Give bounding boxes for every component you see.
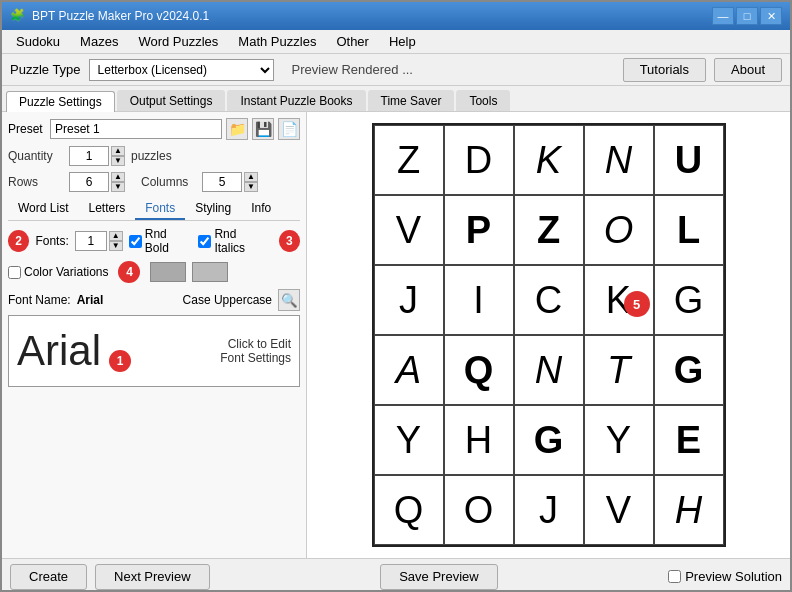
app-title: BPT Puzzle Maker Pro v2024.0.1	[32, 9, 712, 23]
preset-saveas-button[interactable]: 📄	[278, 118, 300, 140]
menu-bar: Sudoku Mazes Word Puzzles Math Puzzles O…	[2, 30, 790, 54]
about-button[interactable]: About	[714, 58, 782, 82]
tab-tools[interactable]: Tools	[456, 90, 510, 111]
minimize-button[interactable]: —	[712, 7, 734, 25]
columns-label: Columns	[141, 175, 196, 189]
preset-row: Preset 📁 💾 📄	[8, 118, 300, 140]
quantity-row: Quantity ▲ ▼ puzzles	[8, 146, 300, 166]
preset-folder-button[interactable]: 📁	[226, 118, 248, 140]
grid-cell: G	[654, 335, 724, 405]
tutorials-button[interactable]: Tutorials	[623, 58, 706, 82]
fonts-spinner: ▲ ▼	[75, 231, 123, 251]
preset-save-button[interactable]: 💾	[252, 118, 274, 140]
columns-down[interactable]: ▼	[244, 182, 258, 192]
left-panel: Preset 📁 💾 📄 Quantity ▲ ▼ puzzles Rows	[2, 112, 307, 558]
right-panel: 5 ZDKNUVPZOLJICKGAQNTGYHGYEQOJVH	[307, 112, 790, 558]
grid-cell: I	[444, 265, 514, 335]
grid-cell: D	[444, 125, 514, 195]
menu-word-puzzles[interactable]: Word Puzzles	[128, 32, 228, 51]
grid-cell: Q	[374, 475, 444, 545]
grid-cell: U	[654, 125, 724, 195]
bottom-bar: Create Next Preview Save Preview Preview…	[2, 558, 790, 592]
next-preview-button[interactable]: Next Preview	[95, 564, 210, 590]
sub-tab-letters[interactable]: Letters	[78, 198, 135, 220]
font-preview-name: Arial	[17, 327, 107, 375]
sub-tabs: Word List Letters Fonts Styling Info	[8, 198, 300, 221]
preview-solution-label[interactable]: Preview Solution	[668, 569, 782, 584]
columns-spinner: ▲ ▼	[202, 172, 258, 192]
font-click-text: Click to EditFont Settings	[119, 337, 291, 365]
font-name-label: Font Name:	[8, 293, 71, 307]
tab-instant-puzzle-books[interactable]: Instant Puzzle Books	[227, 90, 365, 111]
grid-cell: P	[444, 195, 514, 265]
color-box-2[interactable]	[192, 262, 228, 282]
puzzle-type-select[interactable]: Letterbox (Licensed)	[89, 59, 274, 81]
menu-mazes[interactable]: Mazes	[70, 32, 128, 51]
create-button[interactable]: Create	[10, 564, 87, 590]
menu-sudoku[interactable]: Sudoku	[6, 32, 70, 51]
grid-cell: E	[654, 405, 724, 475]
columns-up[interactable]: ▲	[244, 172, 258, 182]
grid-cell: O	[584, 195, 654, 265]
font-search-button[interactable]: 🔍	[278, 289, 300, 311]
main-content: Preset 📁 💾 📄 Quantity ▲ ▼ puzzles Rows	[2, 112, 790, 558]
quantity-up[interactable]: ▲	[111, 146, 125, 156]
puzzle-type-label: Puzzle Type	[10, 62, 81, 77]
rnd-bold-label[interactable]: Rnd Bold	[129, 227, 193, 255]
grid-cell: N	[584, 125, 654, 195]
columns-input[interactable]	[202, 172, 242, 192]
font-preview-box[interactable]: 1 Arial Click to EditFont Settings	[8, 315, 300, 387]
quantity-down[interactable]: ▼	[111, 156, 125, 166]
menu-help[interactable]: Help	[379, 32, 426, 51]
badge-2: 2	[8, 230, 29, 252]
rows-input[interactable]	[69, 172, 109, 192]
preset-input[interactable]	[50, 119, 222, 139]
menu-math-puzzles[interactable]: Math Puzzles	[228, 32, 326, 51]
grid-cell: C	[514, 265, 584, 335]
rows-down[interactable]: ▼	[111, 182, 125, 192]
preview-solution-checkbox[interactable]	[668, 570, 681, 583]
grid-cell: V	[584, 475, 654, 545]
menu-other[interactable]: Other	[326, 32, 379, 51]
sub-tab-styling[interactable]: Styling	[185, 198, 241, 220]
grid-cell: N	[514, 335, 584, 405]
rnd-bold-checkbox[interactable]	[129, 235, 142, 248]
rnd-italics-checkbox[interactable]	[198, 235, 211, 248]
fonts-up[interactable]: ▲	[109, 231, 123, 241]
grid-cell: J	[374, 265, 444, 335]
grid-cell: K	[514, 125, 584, 195]
tab-time-saver[interactable]: Time Saver	[368, 90, 455, 111]
puzzle-grid: ZDKNUVPZOLJICKGAQNTGYHGYEQOJVH	[372, 123, 726, 547]
font-name-value: Arial	[77, 293, 104, 307]
color-variations-checkbox[interactable]	[8, 266, 21, 279]
close-button[interactable]: ✕	[760, 7, 782, 25]
rows-up[interactable]: ▲	[111, 172, 125, 182]
tab-puzzle-settings[interactable]: Puzzle Settings	[6, 91, 115, 112]
main-tabs: Puzzle Settings Output Settings Instant …	[2, 86, 790, 112]
preset-label: Preset	[8, 122, 46, 136]
puzzles-suffix: puzzles	[131, 149, 186, 163]
grid-cell: H	[444, 405, 514, 475]
quantity-input[interactable]	[69, 146, 109, 166]
color-variations-label[interactable]: Color Variations	[8, 265, 108, 279]
grid-cell: H	[654, 475, 724, 545]
color-box-1[interactable]	[150, 262, 186, 282]
sub-tab-word-list[interactable]: Word List	[8, 198, 78, 220]
save-preview-button[interactable]: Save Preview	[380, 564, 497, 590]
fonts-down[interactable]: ▼	[109, 241, 123, 251]
sub-tab-fonts[interactable]: Fonts	[135, 198, 185, 220]
quantity-spinner: ▲ ▼	[69, 146, 125, 166]
toolbar: Puzzle Type Letterbox (Licensed) Preview…	[2, 54, 790, 86]
tab-output-settings[interactable]: Output Settings	[117, 90, 226, 111]
sub-tab-info[interactable]: Info	[241, 198, 281, 220]
rnd-italics-label[interactable]: Rnd Italics	[198, 227, 268, 255]
grid-cell: G	[514, 405, 584, 475]
maximize-button[interactable]: □	[736, 7, 758, 25]
grid-cell: Y	[374, 405, 444, 475]
rows-label: Rows	[8, 175, 63, 189]
fonts-input[interactable]	[75, 231, 107, 251]
color-variations-row: Color Variations 4	[8, 261, 300, 283]
badge-1: 1	[109, 350, 131, 372]
font-name-row: Font Name: Arial Case Uppercase 🔍	[8, 289, 300, 311]
fonts-row: 2 Fonts: ▲ ▼ Rnd Bold Rnd Italics 3	[8, 227, 300, 255]
